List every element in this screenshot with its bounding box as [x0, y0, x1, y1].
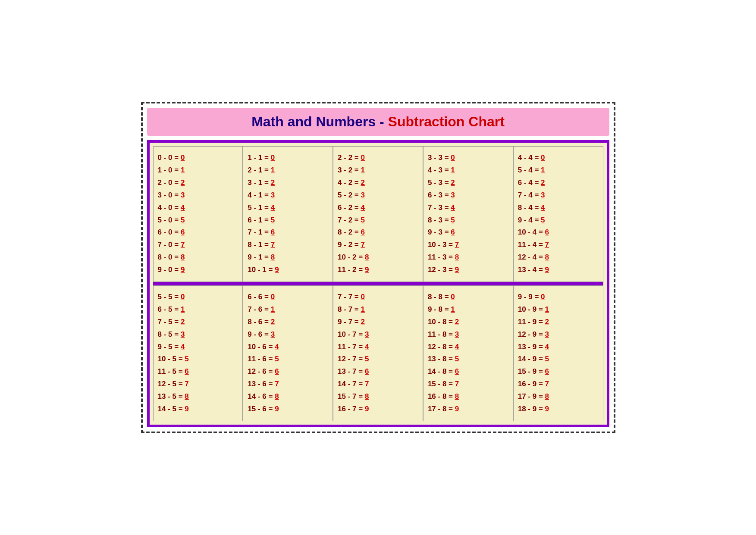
equation-item: 3 - 0 = 3 — [158, 189, 238, 202]
equation-lhs: 2 - 0 = — [158, 178, 181, 187]
title-bar: Math and Numbers - Subtraction Chart — [147, 108, 609, 136]
equation-item: 1 - 0 = 1 — [158, 164, 238, 177]
equation-item: 14 - 5 = 9 — [158, 403, 238, 416]
equation-lhs: 5 - 4 = — [518, 166, 541, 174]
equation-item: 12 - 6 = 6 — [248, 366, 328, 378]
equation-item: 12 - 9 = 3 — [518, 329, 599, 341]
equation-item: 6 - 2 = 4 — [338, 202, 418, 214]
equation-item: 3 - 1 = 2 — [248, 177, 328, 189]
equation-item: 12 - 5 = 7 — [158, 378, 238, 391]
equation-lhs: 11 - 2 = — [338, 266, 365, 274]
equation-answer: 2 — [181, 318, 185, 326]
equation-answer: 0 — [451, 293, 455, 301]
equation-answer: 7 — [455, 380, 459, 388]
equation-answer: 0 — [181, 293, 185, 301]
title-prefix: Math and Numbers - — [251, 114, 388, 129]
chart-container: 0 - 0 = 01 - 0 = 12 - 0 = 23 - 0 = 34 - … — [147, 140, 609, 427]
equation-lhs: 9 - 4 = — [518, 216, 541, 224]
equation-answer: 4 — [365, 343, 369, 351]
equation-item: 7 - 7 = 0 — [338, 291, 418, 303]
equation-answer: 4 — [541, 203, 545, 212]
equation-lhs: 9 - 2 = — [338, 241, 361, 249]
equation-lhs: 12 - 7 = — [338, 355, 365, 363]
equation-item: 13 - 4 = 9 — [518, 264, 599, 276]
equation-lhs: 5 - 1 = — [248, 203, 270, 212]
equation-item: 10 - 5 = 5 — [158, 353, 238, 366]
equation-lhs: 9 - 1 = — [248, 253, 270, 261]
equation-item: 8 - 7 = 1 — [338, 303, 418, 316]
equation-answer: 8 — [181, 253, 185, 261]
equation-item: 2 - 0 = 2 — [158, 177, 238, 189]
equation-item: 12 - 3 = 9 — [428, 264, 508, 276]
equation-answer: 0 — [451, 153, 455, 162]
equation-lhs: 9 - 6 = — [248, 330, 270, 338]
equation-answer: 8 — [365, 392, 369, 400]
equation-item: 9 - 6 = 3 — [248, 329, 328, 341]
equation-lhs: 10 - 6 = — [248, 343, 275, 351]
equation-answer: 7 — [361, 241, 364, 249]
equation-answer: 2 — [271, 178, 275, 187]
equation-item: 10 - 1 = 9 — [248, 264, 328, 276]
equation-item: 10 - 6 = 4 — [248, 341, 328, 354]
equation-item: 7 - 4 = 3 — [518, 189, 599, 202]
equation-answer: 8 — [545, 392, 549, 400]
equation-item: 9 - 3 = 6 — [428, 226, 508, 239]
equation-item: 9 - 0 = 9 — [158, 264, 238, 276]
equation-answer: 2 — [541, 178, 545, 187]
equation-item: 6 - 6 = 0 — [248, 291, 328, 303]
equation-lhs: 8 - 0 = — [158, 253, 181, 261]
equation-answer: 1 — [361, 166, 364, 174]
equation-item: 4 - 1 = 3 — [248, 189, 328, 202]
equation-lhs: 14 - 7 = — [338, 380, 365, 388]
equation-answer: 1 — [451, 305, 455, 313]
equation-answer: 2 — [361, 318, 364, 326]
section-divider — [153, 282, 603, 285]
equation-item: 11 - 5 = 6 — [158, 366, 238, 378]
equation-lhs: 15 - 8 = — [428, 380, 455, 388]
equation-answer: 4 — [181, 203, 185, 212]
equation-lhs: 4 - 4 = — [518, 153, 541, 162]
equation-item: 7 - 5 = 2 — [158, 316, 238, 329]
equation-answer: 0 — [541, 293, 545, 301]
equation-lhs: 13 - 4 = — [518, 266, 545, 274]
equation-answer: 6 — [451, 228, 455, 236]
equation-answer: 6 — [455, 367, 459, 375]
equation-item: 11 - 8 = 3 — [428, 329, 508, 341]
equation-lhs: 16 - 7 = — [338, 405, 365, 413]
equation-answer: 9 — [275, 405, 279, 413]
equation-item: 9 - 5 = 4 — [158, 341, 238, 354]
equation-answer: 3 — [365, 330, 369, 338]
equation-item: 13 - 8 = 5 — [428, 353, 508, 366]
equation-answer: 7 — [181, 241, 185, 249]
equation-answer: 1 — [181, 305, 185, 313]
equation-answer: 3 — [181, 191, 185, 199]
equation-lhs: 2 - 1 = — [248, 166, 270, 174]
equation-lhs: 7 - 1 = — [248, 228, 270, 236]
equation-item: 14 - 6 = 8 — [248, 391, 328, 403]
equation-item: 12 - 8 = 4 — [428, 341, 508, 354]
equation-answer: 4 — [455, 343, 459, 351]
equation-item: 8 - 0 = 8 — [158, 251, 238, 264]
equation-lhs: 9 - 0 = — [158, 266, 181, 274]
equation-lhs: 4 - 3 = — [428, 166, 451, 174]
equation-lhs: 8 - 5 = — [158, 330, 181, 338]
equation-lhs: 6 - 0 = — [158, 228, 181, 236]
equation-answer: 5 — [541, 216, 545, 224]
equation-answer: 3 — [451, 191, 455, 199]
equation-answer: 6 — [185, 367, 188, 375]
equation-answer: 5 — [275, 355, 279, 363]
equation-item: 8 - 8 = 0 — [428, 291, 508, 303]
equation-answer: 1 — [361, 305, 364, 313]
equation-lhs: 9 - 3 = — [428, 228, 451, 236]
equation-answer: 3 — [541, 191, 545, 199]
equation-lhs: 9 - 9 = — [518, 293, 541, 301]
equation-lhs: 6 - 6 = — [248, 293, 270, 301]
equation-lhs: 5 - 0 = — [158, 216, 181, 224]
equation-answer: 2 — [181, 178, 185, 187]
equation-answer: 3 — [271, 330, 275, 338]
cell-s1-c1: 6 - 6 = 07 - 6 = 18 - 6 = 29 - 6 = 310 -… — [243, 285, 333, 421]
equation-item: 13 - 5 = 8 — [158, 391, 238, 403]
equation-item: 10 - 4 = 6 — [518, 226, 599, 239]
equation-item: 7 - 0 = 7 — [158, 239, 238, 251]
equation-lhs: 18 - 9 = — [518, 405, 545, 413]
